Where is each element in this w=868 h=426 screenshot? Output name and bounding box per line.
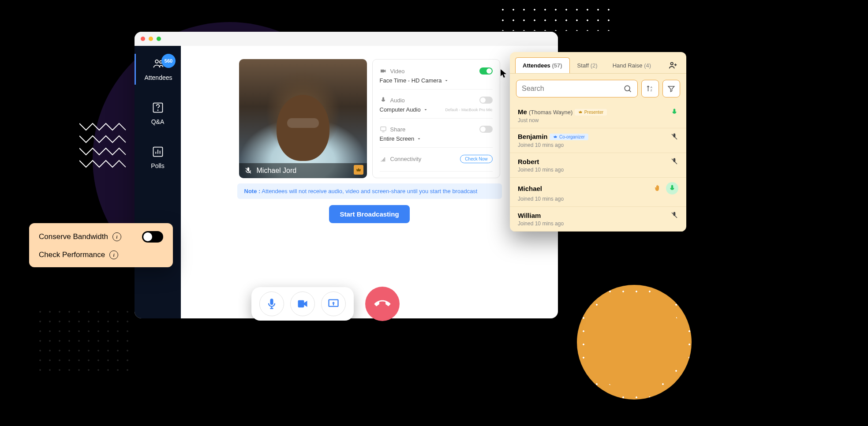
attendee-row[interactable]: Me (Thomas Wayne) Presenter Just now xyxy=(510,104,686,128)
chevron-down-icon xyxy=(417,137,421,141)
crown-badge xyxy=(354,165,363,175)
chart-icon xyxy=(152,146,164,158)
attendee-row[interactable]: William Joined 10 mins ago xyxy=(510,207,686,232)
phone-icon xyxy=(371,293,394,315)
setting-connectivity: Connectivity Check Now xyxy=(380,155,493,172)
attendees-tabs: Attendees (57) Staff (2) Hand Raise (4) xyxy=(510,52,686,74)
cursor-icon xyxy=(501,69,508,78)
add-person-button[interactable] xyxy=(665,57,681,73)
video-preview: Michael Jord xyxy=(239,59,367,178)
share-source-dropdown[interactable]: Entire Screen xyxy=(380,135,493,142)
add-person-icon xyxy=(668,60,678,70)
main-area: Michael Jord Video xyxy=(181,46,558,318)
setting-audio: Audio Computer Audio Default - MacBook P… xyxy=(380,97,493,119)
conserve-bandwidth-toggle[interactable] xyxy=(142,231,163,243)
attendee-row[interactable]: Robert Joined 10 mins ago xyxy=(510,153,686,178)
svg-rect-6 xyxy=(381,127,386,131)
sidebar-label: Attendees xyxy=(144,74,172,81)
mic-muted-icon xyxy=(244,167,252,175)
video-icon xyxy=(380,67,387,75)
minimize-dot[interactable] xyxy=(149,37,153,41)
check-performance-row[interactable]: Check Performance i xyxy=(39,250,163,259)
sidebar-item-qa[interactable]: Q&A xyxy=(135,98,181,129)
mic-active-icon xyxy=(670,108,678,116)
media-controls-group xyxy=(251,287,354,321)
attendee-row[interactable]: Benjamin Co-organizer Joined 10 mins ago xyxy=(510,128,686,153)
info-icon[interactable]: i xyxy=(109,250,118,259)
crown-icon xyxy=(578,110,583,114)
sort-az-icon: AZ xyxy=(646,85,654,93)
share-button[interactable] xyxy=(321,291,346,316)
decor-dots xyxy=(498,4,612,31)
sidebar-label: Q&A xyxy=(151,118,165,125)
check-connectivity-button[interactable]: Check Now xyxy=(460,155,492,163)
tab-hand-raise[interactable]: Hand Raise (4) xyxy=(605,57,658,73)
main-window: 560 Attendees Q&A Polls Michae xyxy=(135,32,558,318)
sidebar-item-polls[interactable]: Polls xyxy=(135,142,181,173)
attendee-search[interactable] xyxy=(516,80,638,97)
call-controls xyxy=(251,287,400,321)
video-icon xyxy=(296,298,309,310)
sort-button[interactable]: AZ xyxy=(641,80,659,97)
mic-active-icon xyxy=(668,184,676,192)
tab-staff[interactable]: Staff (2) xyxy=(570,57,605,73)
mic-muted-icon xyxy=(670,211,678,219)
svg-text:Z: Z xyxy=(651,89,652,92)
svg-point-3 xyxy=(157,110,158,110)
attendee-status: Just now xyxy=(518,117,678,123)
conserve-bandwidth-label: Conserve Bandwidth xyxy=(39,232,108,241)
video-toggle[interactable] xyxy=(479,67,493,75)
attendee-status: Joined 10 mins ago xyxy=(518,167,678,173)
hand-raised-icon xyxy=(654,184,662,192)
attendee-count-badge: 560 xyxy=(161,54,176,68)
connectivity-label: Connectivity xyxy=(380,156,422,163)
tab-attendees[interactable]: Attendees (57) xyxy=(515,57,570,73)
video-label: Video xyxy=(380,67,405,75)
audio-toggle[interactable] xyxy=(479,97,493,104)
mic-muted-icon xyxy=(670,157,678,165)
svg-point-8 xyxy=(671,63,673,65)
audio-source-dropdown[interactable]: Computer Audio xyxy=(380,106,428,113)
presenter-name: Michael Jord xyxy=(257,167,297,175)
filter-icon xyxy=(667,85,675,93)
share-toggle[interactable] xyxy=(479,126,493,133)
bandwidth-card: Conserve Bandwidth i Check Performance i xyxy=(29,223,173,267)
help-square-icon xyxy=(152,101,164,114)
sidebar-label: Polls xyxy=(151,162,164,169)
attendees-panel: Attendees (57) Staff (2) Hand Raise (4) … xyxy=(510,52,686,232)
svg-point-9 xyxy=(625,86,630,91)
camera-button[interactable] xyxy=(290,291,315,316)
search-input[interactable] xyxy=(522,85,620,93)
mic-button[interactable] xyxy=(259,291,284,316)
sidebar: 560 Attendees Q&A Polls xyxy=(135,46,181,318)
check-performance-label: Check Performance xyxy=(39,250,105,259)
audio-label: Audio xyxy=(380,97,405,104)
info-icon[interactable]: i xyxy=(112,232,121,241)
mic-muted-icon xyxy=(670,133,678,141)
video-overlay: Michael Jord xyxy=(239,163,367,178)
mic-active-circle xyxy=(666,182,678,194)
audio-default: Default - MacBook Pro Mic xyxy=(445,108,492,112)
video-source-dropdown[interactable]: Face Time - HD Camera xyxy=(380,77,493,84)
svg-text:A: A xyxy=(651,86,652,89)
search-icon xyxy=(623,84,632,93)
crown-icon xyxy=(553,135,557,139)
attendee-status: Joined 10 mins ago xyxy=(518,142,678,148)
start-broadcasting-button[interactable]: Start Broadcasting xyxy=(329,205,409,223)
mic-icon xyxy=(380,97,387,104)
decor-zigzag xyxy=(79,119,132,172)
attendee-row[interactable]: Michael Joined 10 mins ago xyxy=(510,178,686,207)
decor-orange-circle xyxy=(577,285,692,400)
screen-icon xyxy=(380,126,387,133)
hangup-button[interactable] xyxy=(365,287,400,321)
attendee-list: Me (Thomas Wayne) Presenter Just now Ben… xyxy=(510,104,686,232)
role-badge: Co-organizer xyxy=(550,134,588,140)
filter-button[interactable] xyxy=(662,80,680,97)
conserve-bandwidth-row: Conserve Bandwidth i xyxy=(39,231,163,243)
presenter-face xyxy=(277,95,329,161)
maximize-dot[interactable] xyxy=(157,37,161,41)
chevron-down-icon xyxy=(423,108,428,112)
share-screen-icon xyxy=(327,298,340,310)
close-dot[interactable] xyxy=(141,37,145,41)
sidebar-item-attendees[interactable]: 560 Attendees xyxy=(135,54,181,85)
